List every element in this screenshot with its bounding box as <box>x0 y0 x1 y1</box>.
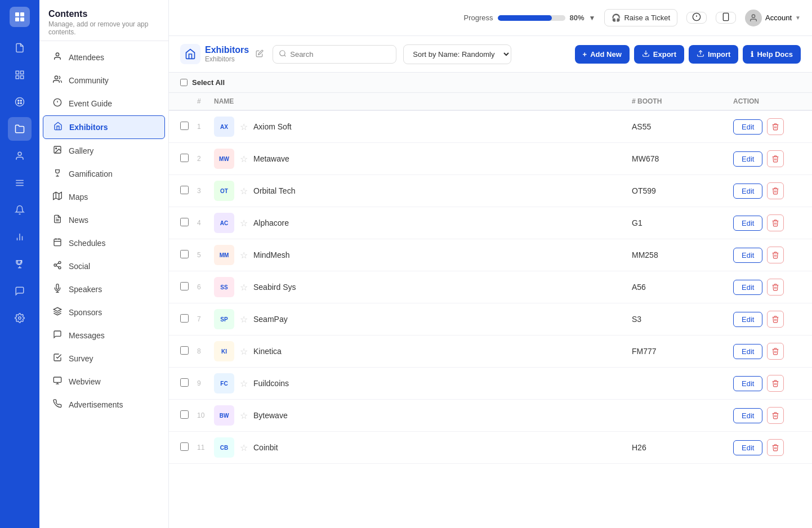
star-button[interactable]: ☆ <box>240 122 248 132</box>
delete-button[interactable] <box>767 311 784 328</box>
edit-button[interactable]: Edit <box>733 280 762 295</box>
sidebar-item-maps[interactable]: Maps <box>43 186 165 208</box>
sidebar-item-schedules[interactable]: Schedules <box>43 232 165 254</box>
import-button[interactable]: Import <box>689 45 738 64</box>
row-check-input[interactable] <box>180 154 189 162</box>
row-checkbox-8[interactable] <box>180 378 197 388</box>
sidebar-item-advertisements[interactable]: Advertisements <box>43 393 165 416</box>
nav-icon-folder[interactable] <box>8 117 32 141</box>
row-check-input[interactable] <box>180 186 189 194</box>
row-checkbox-0[interactable] <box>180 122 197 132</box>
star-button[interactable]: ☆ <box>240 410 248 421</box>
nav-icon-list[interactable] <box>8 171 32 195</box>
edit-button[interactable]: Edit <box>733 376 762 391</box>
edit-button[interactable]: Edit <box>733 184 762 199</box>
app-logo[interactable] <box>10 7 30 27</box>
row-check-input[interactable] <box>180 314 189 323</box>
delete-button[interactable] <box>767 150 784 167</box>
nav-icon-palette[interactable] <box>8 90 32 114</box>
nav-icon-person[interactable] <box>8 144 32 168</box>
sidebar-item-exhibitors[interactable]: Exhibitors <box>43 115 165 139</box>
row-check-input[interactable] <box>180 250 189 258</box>
row-check-input[interactable] <box>180 346 189 355</box>
star-button[interactable]: ☆ <box>240 282 248 293</box>
nav-icon-chat[interactable] <box>8 279 32 303</box>
row-checkbox-9[interactable] <box>180 410 197 420</box>
star-button[interactable]: ☆ <box>240 154 248 164</box>
select-all-button[interactable]: Select All <box>180 78 225 87</box>
row-checkbox-4[interactable] <box>180 250 197 260</box>
sidebar-item-event-guide[interactable]: Event Guide <box>43 92 165 115</box>
sidebar-item-attendees[interactable]: Attendees <box>43 46 165 69</box>
row-checkbox-10[interactable] <box>180 442 197 453</box>
delete-button[interactable] <box>767 279 784 296</box>
nav-icon-file[interactable] <box>8 36 32 60</box>
sidebar-item-gallery[interactable]: Gallery <box>43 140 165 162</box>
edit-button[interactable]: Edit <box>733 440 762 455</box>
edit-button[interactable]: Edit <box>733 216 762 231</box>
delete-button[interactable] <box>767 407 784 424</box>
sort-select[interactable]: Sort by Name: Randomly Sort by Name: A-Z… <box>403 44 511 64</box>
nav-icon-bell[interactable] <box>8 198 32 222</box>
delete-button[interactable] <box>767 375 784 392</box>
select-all-checkbox[interactable] <box>180 79 188 86</box>
star-button[interactable]: ☆ <box>240 378 248 389</box>
sidebar-item-sponsors[interactable]: Sponsors <box>43 301 165 324</box>
mobile-preview-button[interactable] <box>716 12 736 24</box>
search-box[interactable] <box>273 45 396 64</box>
delete-button[interactable] <box>767 118 784 135</box>
progress-chevron-icon[interactable]: ▼ <box>589 14 596 22</box>
edit-button[interactable]: Edit <box>733 408 762 423</box>
row-check-input[interactable] <box>180 282 189 290</box>
search-input[interactable] <box>290 50 390 59</box>
sidebar-item-social[interactable]: Social <box>43 255 165 278</box>
nav-icon-chart[interactable] <box>8 225 32 249</box>
star-button[interactable]: ☆ <box>240 186 248 196</box>
edit-button[interactable]: Edit <box>733 344 762 359</box>
sidebar-item-messages[interactable]: Messages <box>43 324 165 347</box>
star-button[interactable]: ☆ <box>240 250 248 261</box>
sidebar-item-community[interactable]: Community <box>43 69 165 92</box>
add-new-button[interactable]: + Add New <box>575 45 630 64</box>
account-button[interactable]: Account ▼ <box>745 10 801 26</box>
nav-icon-trophy[interactable] <box>8 252 32 276</box>
raise-ticket-button[interactable]: 🎧 Raise a Ticket <box>604 9 677 26</box>
row-checkbox-5[interactable] <box>180 282 197 292</box>
row-checkbox-6[interactable] <box>180 314 197 324</box>
delete-button[interactable] <box>767 439 784 456</box>
sidebar-item-survey[interactable]: Survey <box>43 347 165 370</box>
edit-section-icon[interactable] <box>253 47 266 61</box>
sidebar-item-gamification[interactable]: Gamification <box>43 163 165 185</box>
sidebar-item-news[interactable]: News <box>43 209 165 231</box>
star-button[interactable]: ☆ <box>240 218 248 229</box>
sidebar-item-webview[interactable]: Webview <box>43 370 165 393</box>
sidebar-item-speakers[interactable]: Speakers <box>43 278 165 301</box>
row-checkbox-2[interactable] <box>180 186 197 196</box>
row-check-input[interactable] <box>180 410 189 419</box>
edit-button[interactable]: Edit <box>733 151 762 167</box>
row-checkbox-3[interactable] <box>180 218 197 228</box>
svg-rect-6 <box>16 76 19 79</box>
row-checkbox-7[interactable] <box>180 346 197 356</box>
delete-button[interactable] <box>767 214 784 231</box>
row-checkbox-1[interactable] <box>180 154 197 164</box>
star-button[interactable]: ☆ <box>240 346 248 357</box>
nav-icon-grid[interactable] <box>8 63 32 87</box>
info-button[interactable] <box>686 12 707 24</box>
row-check-input[interactable] <box>180 378 189 387</box>
row-check-input[interactable] <box>180 122 189 130</box>
star-button[interactable]: ☆ <box>240 314 248 325</box>
delete-button[interactable] <box>767 182 784 199</box>
edit-button[interactable]: Edit <box>733 119 762 135</box>
star-button[interactable]: ☆ <box>240 442 248 453</box>
export-button[interactable]: Export <box>634 45 684 64</box>
help-docs-button[interactable]: ℹ Help Docs <box>743 45 801 64</box>
nav-icon-gear[interactable] <box>8 306 32 330</box>
row-check-input[interactable] <box>180 218 189 226</box>
edit-button[interactable]: Edit <box>733 248 762 263</box>
delete-button[interactable] <box>767 247 784 263</box>
delete-button[interactable] <box>767 343 784 360</box>
row-name-cell: MW ☆ Metawave <box>214 149 632 169</box>
edit-button[interactable]: Edit <box>733 312 762 327</box>
row-check-input[interactable] <box>180 442 189 451</box>
